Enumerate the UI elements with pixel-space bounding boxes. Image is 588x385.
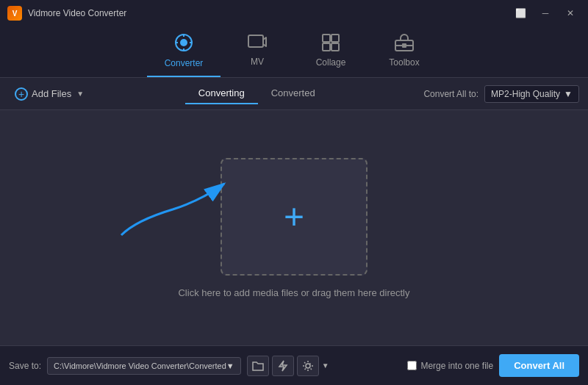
toolbar-right: Convert All to: MP2-High Quality ▼ [423,85,579,103]
bottom-bar: Save to: C:\Vidmore\Vidmore Video Conver… [0,345,588,385]
format-value: MP2-High Quality [491,89,560,99]
sub-tab-converted[interactable]: Converted [258,83,329,104]
drop-zone[interactable]: + [220,158,368,276]
toolbar: + Add Files ▼ Converting Converted Conve… [0,78,588,110]
tab-collage[interactable]: Collage [294,29,368,77]
drop-zone-plus-icon: + [284,199,304,234]
tab-converter-label: Converter [165,58,204,68]
nav-tabs: Converter MV Collage [0,26,588,78]
app-icon: V [7,6,22,21]
sub-tab-converting[interactable]: Converting [185,83,258,104]
save-path-value: C:\Vidmore\Vidmore Video Converter\Conve… [54,361,226,370]
collage-icon [322,34,340,54]
folder-icon-btn[interactable] [247,356,269,376]
toolbox-icon [395,34,414,54]
tab-toolbox[interactable]: Toolbox [368,29,441,77]
svg-rect-8 [331,35,339,42]
minimize-btn[interactable]: ─ [535,5,556,21]
title-bar-controls: ⬜ ─ ✕ [510,5,581,21]
format-dropdown-arrow: ▼ [564,89,573,99]
mv-icon [248,35,267,54]
bottom-icons: ▼ [247,356,329,376]
save-path-arrow: ▼ [226,361,234,370]
merge-label: Merge into one file [420,361,493,371]
tab-toolbox-label: Toolbox [389,57,419,68]
tab-mv[interactable]: MV [220,29,294,77]
close-btn[interactable]: ✕ [560,5,581,21]
title-bar-left: V Vidmore Video Converter [7,6,126,21]
main-content: + Click here to add media files or drag … [0,110,588,345]
convert-all-button[interactable]: Convert All [499,354,579,377]
tab-converter[interactable]: Converter [147,29,220,77]
convert-all-to-label: Convert All to: [423,89,478,99]
tab-mv-label: MV [251,57,264,67]
merge-checkbox[interactable] [407,361,417,370]
plus-circle-icon: + [15,87,28,101]
title-bar: V Vidmore Video Converter ⬜ ─ ✕ [0,0,588,26]
settings-dropdown-arrow: ▼ [322,356,329,376]
converter-icon [174,33,193,55]
arrow-icon [114,169,232,242]
app-title: Vidmore Video Converter [28,8,126,18]
toolbar-sub-tabs: Converting Converted [90,83,423,104]
settings-icon-btn[interactable] [297,356,319,376]
svg-rect-10 [331,43,339,51]
tab-collage-label: Collage [316,57,346,68]
merge-checkbox-area: Merge into one file [407,361,493,371]
svg-rect-13 [402,43,406,48]
svg-rect-7 [323,35,330,42]
hint-text: Click here to add media files or drag th… [178,287,409,298]
add-files-button[interactable]: + Add Files ▼ [9,84,90,104]
add-files-dropdown-arrow: ▼ [76,90,84,98]
svg-rect-9 [323,43,330,51]
svg-point-15 [306,364,310,368]
save-path-select[interactable]: C:\Vidmore\Vidmore Video Converter\Conve… [47,357,241,375]
add-files-label: Add Files [32,88,71,99]
flash-icon-btn[interactable] [272,356,294,376]
svg-point-1 [180,39,187,46]
svg-rect-6 [248,35,263,47]
caption-btn[interactable]: ⬜ [510,5,531,21]
save-to-label: Save to: [9,361,41,371]
format-select[interactable]: MP2-High Quality ▼ [484,85,579,103]
